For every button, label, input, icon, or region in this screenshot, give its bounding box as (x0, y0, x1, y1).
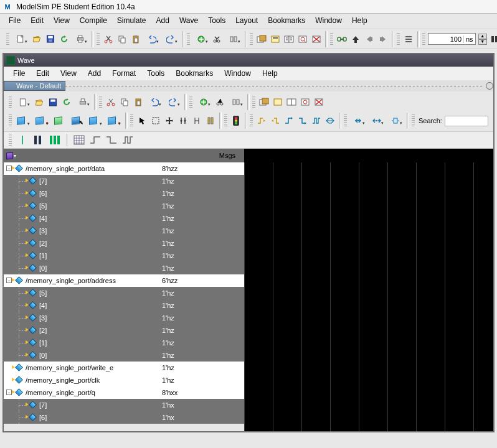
pattern-step-up-icon[interactable] (88, 134, 102, 146)
signal-row[interactable]: [4]1'hz (4, 299, 244, 312)
menu-tools[interactable]: Tools (203, 15, 230, 26)
cursor-2-button[interactable] (191, 114, 203, 127)
expand-toggle-icon[interactable]: - (6, 166, 12, 171)
menu-view[interactable]: View (49, 15, 75, 26)
wave-print-button[interactable] (74, 96, 92, 108)
wave-menu-format[interactable]: Format (107, 68, 141, 79)
wave-tool-5-button[interactable] (310, 33, 323, 45)
time-step-down-button[interactable]: ▼ (478, 39, 487, 45)
run-time-value[interactable] (428, 35, 463, 43)
back-button[interactable] (363, 33, 376, 45)
menu-bookmarks[interactable]: Bookmarks (263, 15, 310, 26)
cube-button-6[interactable]: ● (105, 114, 123, 128)
undo-button[interactable] (143, 33, 161, 45)
wave-tool-1-button[interactable] (255, 33, 268, 45)
copy-button[interactable] (116, 33, 128, 45)
search-input[interactable] (445, 116, 488, 126)
wave-menu-bookmarks[interactable]: Bookmarks (170, 68, 219, 79)
cube-button-3[interactable] (52, 114, 68, 128)
open-button[interactable] (31, 33, 43, 45)
pointer-button[interactable] (136, 114, 148, 127)
wave-tab-circle-button[interactable] (486, 82, 493, 90)
signal-row[interactable]: [5]1'hz (4, 287, 244, 299)
pattern-single-green-icon[interactable] (16, 134, 29, 146)
wave-redo-button[interactable] (164, 96, 182, 108)
find-button[interactable] (211, 33, 224, 45)
signal-row[interactable]: [3]1'hz (4, 312, 244, 324)
link-button[interactable] (336, 33, 348, 45)
signal-row[interactable]: [2]1'hz (4, 237, 244, 250)
signal-row[interactable]: -/memory_single_port/address6'hzz (4, 274, 244, 287)
wave-layout-button[interactable] (227, 96, 245, 108)
signal-row[interactable]: [1]1'hz (4, 337, 244, 349)
menu-wave[interactable]: Wave (174, 15, 203, 26)
redo-button[interactable] (162, 33, 179, 45)
wave-save-button[interactable] (47, 96, 59, 108)
pattern-hatch-icon[interactable] (72, 134, 86, 146)
run-button[interactable] (192, 33, 210, 45)
signal-row[interactable]: [4]1'hz (4, 212, 244, 225)
signal-row[interactable]: /memory_single_port/write_e1'hz (4, 362, 244, 374)
menu-window[interactable]: Window (310, 15, 347, 26)
menu-simulate[interactable]: Simulate (112, 15, 151, 26)
cube-button-5[interactable] (87, 114, 104, 128)
signal-row[interactable]: [0]1'hz (4, 349, 244, 362)
wave-add-button[interactable] (195, 96, 212, 108)
wave-menu-view[interactable]: View (55, 68, 82, 79)
pattern-bars-green-icon[interactable] (48, 134, 62, 146)
menu-add[interactable]: Add (151, 15, 174, 26)
signal-row[interactable]: [0]1'hz (4, 262, 244, 274)
up-button[interactable] (349, 33, 362, 45)
menu-layout[interactable]: Layout (230, 15, 263, 26)
wave-cut-button[interactable] (105, 96, 117, 108)
forward-button[interactable] (377, 33, 389, 45)
wave-tool-4-button[interactable] (296, 33, 309, 45)
edge-rise-button[interactable] (283, 114, 295, 127)
save-button[interactable] (44, 33, 57, 45)
wave-menu-edit[interactable]: Edit (31, 68, 55, 79)
expand-toggle-icon[interactable]: - (6, 390, 12, 395)
cube-button-4[interactable]: ✎ (69, 114, 85, 128)
wave-compare-5-button[interactable] (313, 96, 325, 108)
signal-row[interactable]: [3]1'hz (4, 225, 244, 237)
run-icon-button[interactable] (488, 33, 497, 45)
signal-row[interactable]: [6]1'hx (4, 411, 244, 424)
edge-x-button[interactable] (324, 114, 336, 127)
wave-compare-1-button[interactable] (258, 96, 270, 108)
wave-compare-4-button[interactable] (299, 96, 311, 108)
edge-fall-button[interactable] (296, 114, 309, 127)
move-button[interactable] (163, 114, 176, 127)
select-button[interactable] (149, 114, 162, 127)
wave-paste-button[interactable] (132, 96, 144, 108)
options-button[interactable] (225, 33, 242, 45)
expand-button[interactable] (368, 114, 386, 127)
signal-row[interactable]: [6]1'hz (4, 187, 244, 200)
signal-row[interactable]: -/memory_single_port/q8'hxx (4, 386, 244, 399)
menu-compile[interactable]: Compile (75, 15, 112, 26)
refresh-button[interactable] (58, 33, 70, 45)
wave-find-button[interactable] (214, 96, 226, 108)
wave-open-button[interactable] (33, 96, 45, 108)
run-time-input[interactable]: ns (428, 33, 476, 45)
time-step-up-button[interactable]: ▲ (478, 34, 487, 39)
edge-prev-button[interactable] (255, 114, 268, 127)
wave-tool-2-button[interactable] (269, 33, 282, 45)
signal-row[interactable]: [2]1'hz (4, 324, 244, 337)
pattern-step-down-icon[interactable] (105, 134, 118, 146)
expand-toggle-icon[interactable]: - (6, 278, 12, 283)
cube-button-1[interactable] (14, 114, 32, 128)
edge-next-button[interactable] (269, 114, 282, 127)
stoplight-button[interactable] (230, 114, 242, 127)
wave-tool-3-button[interactable] (283, 33, 295, 45)
wave-new-button[interactable] (14, 96, 32, 108)
signal-row[interactable]: /memory_single_port/clk1'hz (4, 374, 244, 386)
pattern-pulse-icon[interactable] (121, 134, 135, 146)
menu-file[interactable]: File (4, 15, 26, 26)
wave-compare-3-button[interactable] (285, 96, 298, 108)
wave-canvas[interactable] (244, 162, 493, 431)
signal-column-header[interactable]: ▾ (4, 149, 158, 162)
paste-button[interactable] (130, 33, 142, 45)
edge-both-button[interactable] (310, 114, 323, 127)
wave-tab-default[interactable]: Wave - Default (4, 81, 65, 91)
cursor-1-button[interactable] (177, 114, 189, 127)
